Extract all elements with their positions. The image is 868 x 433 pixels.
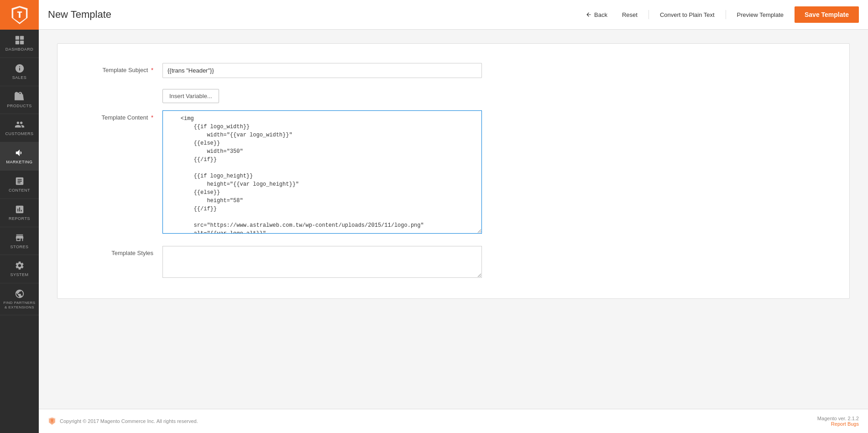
footer-version-number: ver. 2.1.2: [838, 416, 859, 421]
sidebar-item-label-sales: SALES: [12, 75, 27, 80]
page-footer: Copyright © 2017 Magento Commerce Inc. A…: [39, 409, 868, 433]
marketing-icon: [15, 148, 25, 158]
dashboard-icon: [15, 35, 25, 45]
styles-row: Template Styles: [58, 240, 849, 285]
insert-variable-field: Insert Variable...: [162, 85, 836, 103]
svg-rect-2: [15, 41, 19, 44]
main-area: New Template Back Reset Convert to Plain…: [39, 0, 868, 433]
system-icon: [15, 261, 25, 271]
footer-magento-label: Magento: [817, 416, 837, 421]
preview-button[interactable]: Preview Template: [733, 10, 787, 20]
insert-variable-spacer: [71, 85, 162, 89]
content-label: Template Content *: [71, 110, 162, 121]
footer-copyright: Copyright © 2017 Magento Commerce Inc. A…: [60, 418, 198, 424]
svg-rect-0: [15, 36, 19, 40]
sidebar-item-customers[interactable]: CUSTOMERS: [0, 114, 39, 142]
logo[interactable]: [0, 0, 39, 30]
sidebar-item-label-reports: REPORTS: [9, 216, 30, 221]
content-row: Template Content *: [58, 105, 849, 240]
sidebar-item-dashboard[interactable]: DASHBOARD: [0, 30, 39, 58]
footer-magento-icon: [48, 417, 56, 425]
partners-icon: [15, 289, 25, 299]
subject-input[interactable]: [162, 63, 482, 78]
stores-icon: [15, 233, 25, 243]
customers-icon: [15, 120, 25, 130]
styles-field: [162, 246, 836, 279]
content-field: [162, 110, 836, 235]
sidebar-item-label-marketing: MARKETING: [6, 160, 32, 165]
reset-button[interactable]: Reset: [618, 10, 641, 20]
required-indicator: *: [151, 67, 153, 73]
required-indicator-content: *: [151, 114, 153, 121]
subject-row: Template Subject *: [58, 57, 849, 83]
header-actions: Back Reset Convert to Plain Text Preview…: [582, 6, 859, 23]
insert-variable-button[interactable]: Insert Variable...: [162, 89, 219, 103]
sidebar-item-label-products: PRODUCTS: [7, 104, 32, 109]
sidebar-item-label-stores: STORES: [10, 245, 29, 250]
convert-button[interactable]: Convert to Plain Text: [656, 10, 718, 20]
styles-textarea[interactable]: [162, 246, 482, 278]
sidebar-item-label-system: SYSTEM: [10, 272, 28, 277]
sidebar-item-partners[interactable]: FIND PARTNERS & EXTENSIONS: [0, 283, 39, 315]
insert-variable-row: Insert Variable...: [58, 83, 849, 105]
page-title: New Template: [48, 9, 111, 21]
save-button[interactable]: Save Template: [795, 6, 859, 23]
content-icon: [15, 176, 25, 186]
report-bugs-link[interactable]: Report Bugs: [831, 421, 859, 427]
sales-icon: [15, 63, 25, 73]
subject-label: Template Subject *: [71, 63, 162, 73]
header-divider: [648, 10, 649, 19]
form-section: Template Subject * Insert Variable... Te…: [57, 43, 850, 299]
sidebar-item-content[interactable]: CONTENT: [0, 171, 39, 199]
sidebar-item-products[interactable]: PRODUCTS: [0, 86, 39, 115]
svg-rect-3: [20, 41, 23, 44]
sidebar-item-sales[interactable]: SALES: [0, 58, 39, 86]
svg-rect-1: [20, 36, 23, 40]
header-divider-2: [726, 10, 726, 19]
sidebar-item-label-content: CONTENT: [9, 188, 30, 193]
back-button[interactable]: Back: [582, 10, 611, 20]
content-textarea[interactable]: [162, 110, 482, 234]
sidebar-item-system[interactable]: SYSTEM: [0, 255, 39, 283]
page-header: New Template Back Reset Convert to Plain…: [39, 0, 868, 30]
products-icon: [15, 92, 25, 102]
sidebar-item-marketing[interactable]: MARKETING: [0, 142, 39, 171]
sidebar-item-label-customers: CUSTOMERS: [5, 131, 34, 136]
sidebar-item-reports[interactable]: REPORTS: [0, 199, 39, 227]
reports-icon: [15, 204, 25, 214]
sidebar-item-label-partners: FIND PARTNERS & EXTENSIONS: [2, 301, 37, 309]
sidebar-item-label-dashboard: DASHBOARD: [5, 47, 34, 52]
sidebar: DASHBOARD SALES PRODUCTS CUSTOMERS MARKE…: [0, 0, 39, 433]
back-arrow-icon: [586, 11, 592, 18]
content-area: Template Subject * Insert Variable... Te…: [39, 30, 868, 409]
back-label: Back: [594, 11, 607, 18]
footer-version: Magento ver. 2.1.2 Report Bugs: [817, 416, 859, 427]
sidebar-item-stores[interactable]: STORES: [0, 227, 39, 256]
footer-logo: Copyright © 2017 Magento Commerce Inc. A…: [48, 417, 198, 425]
subject-field: [162, 63, 836, 78]
styles-label: Template Styles: [71, 246, 162, 256]
